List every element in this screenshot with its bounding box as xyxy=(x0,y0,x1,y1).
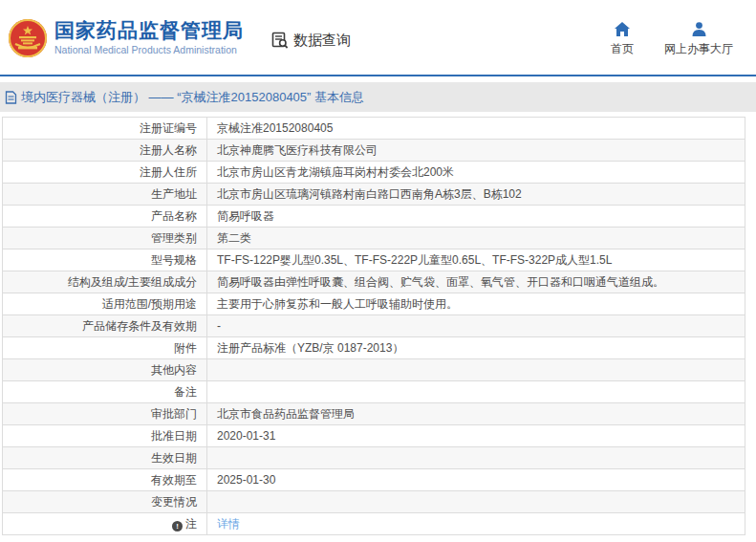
row-label: 适用范围/预期用途 xyxy=(3,293,207,315)
row-label: 注册证编号 xyxy=(3,118,207,140)
table-row: 变更情况 xyxy=(3,491,745,513)
table-row: 型号规格TF-FS-122P婴儿型0.35L、TF-FS-222P儿童型0.65… xyxy=(3,249,745,271)
header-divider xyxy=(0,75,756,76)
row-value xyxy=(207,359,745,381)
row-value xyxy=(207,447,745,469)
table-row: !注详情 xyxy=(3,513,745,535)
detail-link[interactable]: 详情 xyxy=(217,517,240,531)
table-row: 适用范围/预期用途主要用于心肺复苏和一般人工呼吸辅助时使用。 xyxy=(3,293,745,315)
national-emblem-logo xyxy=(8,18,48,58)
table-row: 管理类别第二类 xyxy=(3,228,745,249)
row-label: 其他内容 xyxy=(3,359,207,381)
table-row: 结构及组成/主要组成成分简易呼吸器由弹性呼吸囊、组合阀、贮气袋、面罩、氧气管、开… xyxy=(3,271,745,293)
document-icon xyxy=(5,91,17,104)
row-label: 结构及组成/主要组成成分 xyxy=(3,271,207,293)
table-row: 附件注册产品标准（YZB/京 0187-2013） xyxy=(3,337,745,359)
row-value: 简易呼吸器 xyxy=(207,206,745,228)
table-row: 产品名称简易呼吸器 xyxy=(3,206,745,228)
row-value: 详情 xyxy=(207,513,745,535)
row-label: 产品名称 xyxy=(3,206,207,228)
row-label: 生产地址 xyxy=(3,184,207,206)
row-value xyxy=(207,491,745,513)
table-row: 有效期至2025-01-30 xyxy=(3,469,745,491)
row-label: 生效日期 xyxy=(3,447,207,469)
site-title: 国家药品监督管理局 xyxy=(54,19,244,42)
table-row: 注册人名称北京神鹿腾飞医疗科技有限公司 xyxy=(3,140,745,162)
breadcrumb-text: 境内医疗器械（注册） —— “京械注准20152080405” 基本信息 xyxy=(21,89,364,106)
row-value: - xyxy=(207,315,745,337)
row-value: 简易呼吸器由弹性呼吸囊、组合阀、贮气袋、面罩、氧气管、开口器和口咽通气道组成。 xyxy=(207,271,745,293)
row-value: 注册产品标准（YZB/京 0187-2013） xyxy=(207,337,745,359)
row-label: 产品储存条件及有效期 xyxy=(3,315,207,337)
main-content: 注册证编号京械注准20152080405注册人名称北京神鹿腾飞医疗科技有限公司注… xyxy=(2,117,745,535)
table-row: 生效日期 xyxy=(3,447,745,469)
row-label: 备注 xyxy=(3,381,207,403)
data-query-label: 数据查询 xyxy=(293,32,351,50)
data-query-icon xyxy=(270,31,290,50)
row-label: 批准日期 xyxy=(3,425,207,447)
nav-item-home[interactable]: 首页 xyxy=(611,22,634,57)
row-value: 第二类 xyxy=(207,228,745,249)
site-subtitle: National Medical Products Administration xyxy=(54,44,244,55)
row-value: 北京市食品药品监督管理局 xyxy=(207,403,745,425)
row-label: 型号规格 xyxy=(3,249,207,271)
table-row: 审批部门北京市食品药品监督管理局 xyxy=(3,403,745,425)
row-label: 附件 xyxy=(3,337,207,359)
row-value: 京械注准20152080405 xyxy=(207,118,745,140)
row-value: 北京市房山区琉璃河镇路村南白路口西南角A栋3层、B栋102 xyxy=(207,184,745,206)
home-icon xyxy=(615,22,630,36)
row-value xyxy=(207,381,745,403)
breadcrumb: 境内医疗器械（注册） —— “京械注准20152080405” 基本信息 xyxy=(0,82,756,112)
table-row: 产品储存条件及有效期- xyxy=(3,315,745,337)
row-value: 2025-01-30 xyxy=(207,469,745,491)
nav-item-label: 网上办事大厅 xyxy=(664,41,733,57)
row-label: 有效期至 xyxy=(3,469,207,491)
table-row: 批准日期2020-01-31 xyxy=(3,425,745,447)
row-label: !注 xyxy=(3,513,207,535)
row-label: 注册人住所 xyxy=(3,162,207,184)
row-label: 审批部门 xyxy=(3,403,207,425)
table-row: 其他内容 xyxy=(3,359,745,381)
row-label: 注册人名称 xyxy=(3,140,207,162)
table-row: 备注 xyxy=(3,381,745,403)
table-row: 生产地址北京市房山区琉璃河镇路村南白路口西南角A栋3层、B栋102 xyxy=(3,184,745,206)
row-label: 变更情况 xyxy=(3,491,207,513)
page: 国家药品监督管理局 National Medical Products Admi… xyxy=(0,0,756,542)
registration-info-table-body: 注册证编号京械注准20152080405注册人名称北京神鹿腾飞医疗科技有限公司注… xyxy=(3,118,745,535)
table-row: 注册证编号京械注准20152080405 xyxy=(3,118,745,140)
table-row: 注册人住所北京市房山区青龙湖镇庙耳岗村村委会北200米 xyxy=(3,162,745,184)
nav-item-service-hall[interactable]: 网上办事大厅 xyxy=(664,22,733,57)
data-query-entry[interactable]: 数据查询 xyxy=(270,31,351,50)
brand-block: 国家药品监督管理局 National Medical Products Admi… xyxy=(54,19,244,55)
row-value: 主要用于心肺复苏和一般人工呼吸辅助时使用。 xyxy=(207,293,745,315)
note-icon: ! xyxy=(172,521,183,531)
row-label: 管理类别 xyxy=(3,228,207,249)
top-nav: 首页 网上办事大厅 xyxy=(611,22,733,57)
row-value: 北京市房山区青龙湖镇庙耳岗村村委会北200米 xyxy=(207,162,745,184)
site-header: 国家药品监督管理局 National Medical Products Admi… xyxy=(0,0,756,75)
row-value: TF-FS-122P婴儿型0.35L、TF-FS-222P儿童型0.65L、TF… xyxy=(207,249,745,271)
row-value: 2020-01-31 xyxy=(207,425,745,447)
registration-info-table: 注册证编号京械注准20152080405注册人名称北京神鹿腾飞医疗科技有限公司注… xyxy=(2,117,745,535)
row-value: 北京神鹿腾飞医疗科技有限公司 xyxy=(207,140,745,162)
user-icon xyxy=(692,22,706,36)
nav-item-label: 首页 xyxy=(611,41,634,57)
